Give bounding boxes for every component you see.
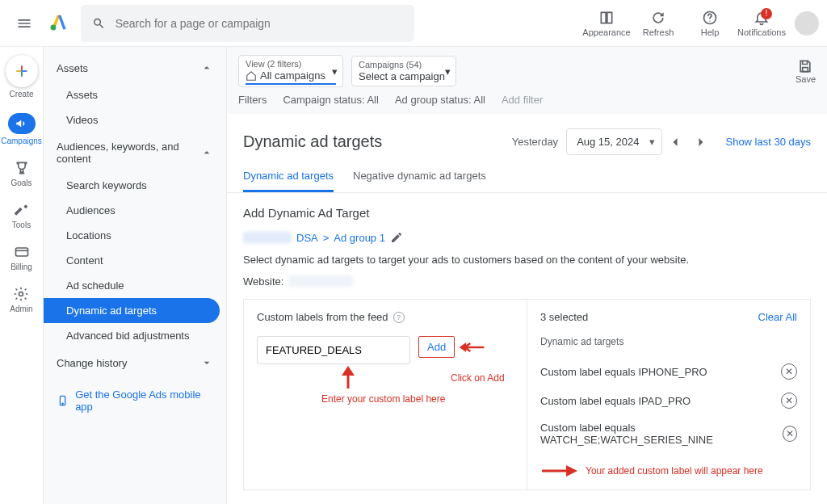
annotation-enter-label: Enter your custom label here — [321, 393, 445, 405]
save-view-button[interactable]: Save — [796, 58, 816, 84]
target-row: Custom label equals IPAD_PRO ✕ — [540, 386, 797, 415]
arrow-annotation-icon — [458, 339, 485, 355]
arrow-annotation-icon — [338, 366, 359, 390]
dynamic-ad-targets-item[interactable]: Dynamic ad targets — [44, 298, 220, 323]
panel-description: Select dynamic ad targets to target your… — [243, 254, 811, 266]
refresh-icon — [650, 10, 666, 26]
appearance-button[interactable]: Appearance — [581, 10, 632, 37]
next-period-button[interactable] — [688, 129, 714, 155]
add-button[interactable]: Add — [418, 336, 455, 358]
targets-subhead: Dynamic ad targets — [540, 336, 797, 347]
help-button[interactable]: Help — [685, 10, 735, 37]
ad-schedule-item[interactable]: Ad schedule — [44, 273, 226, 298]
annotation-appear-here: Your added custom label will appear here — [586, 465, 763, 477]
page-title: Dynamic ad targets — [243, 132, 382, 151]
remove-target-button[interactable]: ✕ — [781, 363, 797, 380]
target-row: Custom label equals IPHONE_PRO ✕ — [540, 357, 797, 386]
gear-icon — [13, 286, 29, 302]
campaign-name-redacted — [243, 232, 292, 243]
svg-point-2 — [709, 20, 710, 21]
show-last-30-link[interactable]: Show last 30 days — [725, 136, 811, 148]
menu-button[interactable] — [8, 7, 40, 40]
mobile-app-link[interactable]: Get the Google Ads mobile app — [44, 377, 226, 424]
breadcrumb[interactable]: DSA > Ad group 1 — [243, 231, 811, 244]
chevron-up-icon — [200, 146, 213, 159]
remove-target-button[interactable]: ✕ — [783, 426, 797, 442]
goals-nav[interactable]: Goals — [10, 160, 31, 187]
card-icon — [14, 244, 30, 260]
tab-dynamic-targets[interactable]: Dynamic ad targets — [243, 160, 334, 192]
date-range-dropdown[interactable]: Aug 15, 2024 — [566, 128, 662, 155]
avatar[interactable] — [795, 11, 819, 36]
hamburger-icon — [16, 15, 32, 32]
audiences-group[interactable]: Audiences, keywords, and content — [44, 132, 226, 173]
clear-all-button[interactable]: Clear All — [758, 311, 797, 323]
phone-icon — [57, 394, 69, 407]
svg-point-4 — [19, 292, 23, 296]
search-input[interactable] — [115, 17, 403, 30]
annotation-click-add: Click on Add — [451, 372, 505, 384]
search-keywords-item[interactable]: Search keywords — [44, 173, 226, 198]
panel-heading: Add Dynamic Ad Target — [243, 206, 811, 220]
assets-group[interactable]: Assets — [44, 53, 226, 82]
prev-period-button[interactable] — [662, 129, 688, 155]
svg-point-0 — [50, 24, 56, 30]
filter-adgroup-status[interactable]: Ad group status: All — [395, 94, 485, 106]
chevron-left-icon — [667, 134, 683, 150]
chevron-up-icon — [200, 61, 213, 74]
save-icon — [797, 58, 813, 74]
search-box[interactable] — [81, 5, 414, 42]
chevron-right-icon — [693, 134, 709, 150]
campaigns-nav[interactable]: Campaigns — [1, 113, 42, 145]
edit-icon[interactable] — [390, 231, 403, 244]
help-icon — [702, 10, 718, 26]
advanced-bid-item[interactable]: Advanced bid adjustments — [44, 323, 226, 348]
add-filter-button[interactable]: Add filter — [502, 94, 543, 106]
content-item[interactable]: Content — [44, 248, 226, 273]
website-value-redacted — [288, 275, 353, 287]
campaign-selector[interactable]: Campaigns (54) Select a campaign ▾ — [351, 56, 456, 86]
search-icon — [92, 16, 106, 31]
refresh-button[interactable]: Refresh — [633, 10, 683, 37]
locations-item[interactable]: Locations — [44, 223, 226, 248]
google-ads-logo — [48, 11, 73, 36]
billing-nav[interactable]: Billing — [10, 244, 32, 271]
filter-campaign-status[interactable]: Campaign status: All — [283, 94, 379, 106]
change-history-group[interactable]: Change history — [44, 348, 226, 377]
home-icon — [246, 70, 257, 82]
custom-label-input[interactable] — [257, 336, 410, 364]
selected-count: 3 selected — [540, 311, 588, 323]
tab-negative-targets[interactable]: Negative dynamic ad targets — [353, 160, 486, 192]
info-icon[interactable]: ? — [393, 312, 405, 323]
admin-nav[interactable]: Admin — [10, 286, 32, 313]
appearance-icon — [598, 10, 615, 26]
custom-labels-heading: Custom labels from the feed — [257, 311, 388, 323]
wrench-icon — [13, 202, 29, 218]
notification-badge: ! — [761, 8, 772, 19]
audiences-item[interactable]: Audiences — [44, 198, 226, 223]
svg-point-6 — [62, 403, 63, 404]
view-selector[interactable]: View (2 filters) All campaigns ▾ — [238, 55, 343, 87]
remove-target-button[interactable]: ✕ — [781, 393, 797, 409]
megaphone-icon — [15, 116, 29, 131]
target-row: Custom label equals WATCH_SE;WATCH_SERIE… — [540, 415, 797, 452]
date-range-label: Yesterday — [512, 136, 558, 148]
filters-label: Filters — [238, 94, 267, 106]
tools-nav[interactable]: Tools — [12, 202, 31, 229]
chevron-down-icon — [200, 356, 213, 369]
website-label: Website: — [243, 275, 283, 288]
create-button[interactable]: Create — [6, 55, 38, 99]
trophy-icon — [14, 160, 30, 176]
assets-item[interactable]: Assets — [44, 82, 226, 107]
svg-rect-3 — [15, 248, 27, 256]
plus-icon — [13, 62, 31, 80]
notifications-button[interactable]: ! Notifications — [737, 10, 787, 37]
videos-item[interactable]: Videos — [44, 107, 226, 132]
arrow-annotation-icon — [540, 464, 577, 478]
